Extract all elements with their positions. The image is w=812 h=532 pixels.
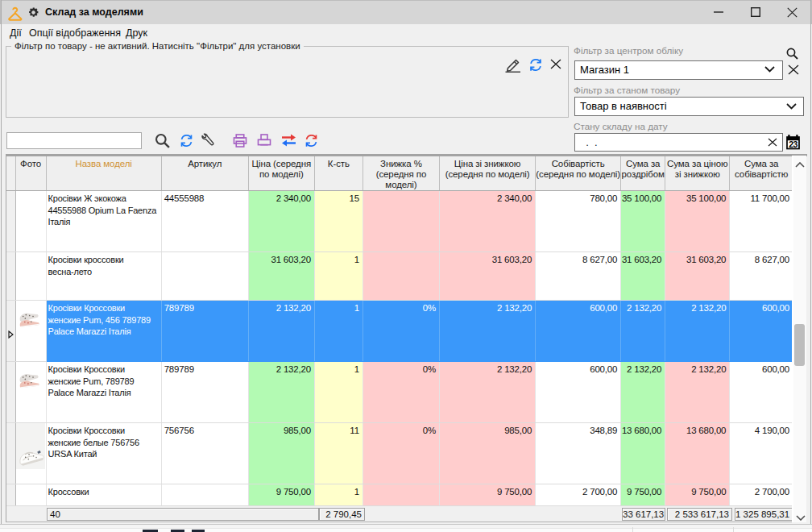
svg-text:23: 23 [789,139,798,149]
